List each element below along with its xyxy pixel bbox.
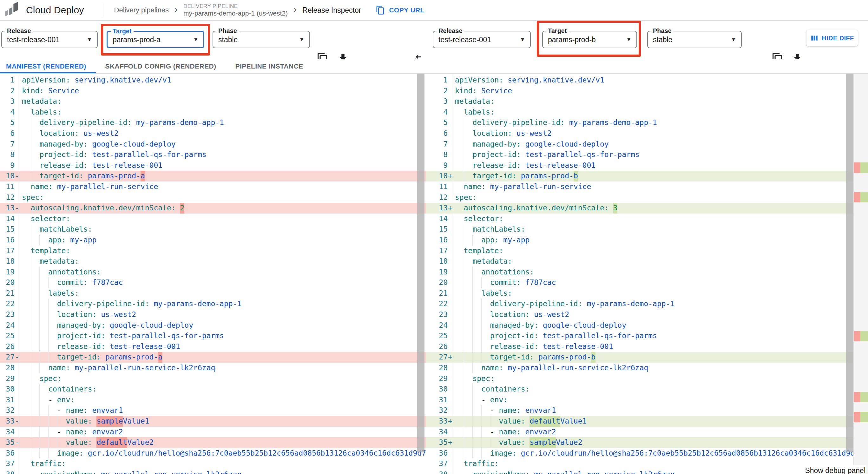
indent-guide — [22, 469, 31, 474]
left-target-select[interactable]: Target params-prod-a ▼ — [106, 31, 204, 48]
indent-guide — [464, 150, 473, 160]
indent-guide — [48, 330, 57, 341]
show-debug-panel-link[interactable]: Show debug panel — [800, 465, 866, 474]
indent-guide — [481, 352, 490, 362]
right-target-select[interactable]: Target params-prod-b ▼ — [542, 31, 637, 48]
diff-marker[interactable] — [854, 331, 868, 341]
code-token: traffic: — [464, 459, 499, 469]
indent-guide — [455, 182, 464, 192]
code-token: my-parallel-run-service-lk2r6zaq — [503, 362, 648, 373]
code-line: 37 traffic: — [0, 459, 426, 469]
diff-sign — [14, 277, 19, 288]
diff-sign — [14, 160, 19, 171]
code-text: value: sampleValue1 — [19, 416, 426, 427]
indent-guide — [464, 128, 473, 139]
diff-marker[interactable] — [854, 392, 868, 402]
tab-skaffold-config-rendered[interactable]: SKAFFOLD CONFIG (RENDERED) — [96, 59, 226, 73]
diff-sign: + — [447, 203, 452, 214]
indent-guide — [48, 437, 57, 448]
code-token: autoscaling.knative.dev/minScale: — [464, 203, 609, 214]
indent-guide — [31, 373, 40, 384]
code-line: 25 project-id: test-parallel-qs-for-parm… — [0, 330, 426, 341]
code-token: sample — [529, 437, 556, 448]
code-token: release-id: — [39, 160, 88, 171]
code-text: delivery-pipeline-id: my-params-demo-app… — [19, 117, 426, 128]
code-token: image: — [57, 448, 84, 459]
code-token: release-id: — [490, 341, 538, 352]
line-number: 16 — [426, 235, 447, 246]
code-token: Value1 — [560, 416, 587, 427]
code-text: matchLabels: — [452, 224, 868, 235]
line-number: 23 — [0, 309, 14, 320]
line-number: 32 — [0, 405, 14, 416]
code-token: value: — [66, 416, 92, 427]
left-release-select[interactable]: Release test-release-001 ▼ — [1, 31, 98, 48]
indent-guide — [464, 298, 473, 309]
indent-guide — [22, 362, 31, 373]
indent-guide — [39, 384, 48, 395]
diff-marker[interactable] — [854, 192, 868, 202]
line-number: 35 — [426, 437, 447, 448]
left-vertical-scrollbar[interactable] — [417, 73, 425, 452]
indent-guide — [48, 405, 57, 416]
diff-sign: + — [447, 416, 452, 427]
diff-sign — [447, 117, 452, 128]
code-token: us-west2 — [79, 128, 119, 139]
breadcrumb-current-page: Release Inspector — [302, 6, 361, 14]
indent-guide — [481, 416, 490, 427]
copy-url-button[interactable]: COPY URL — [376, 5, 424, 15]
line-number: 36 — [426, 448, 447, 459]
breadcrumb-pipeline[interactable]: DELIVERY PIPELINE my-params-demo-app-1 (… — [183, 3, 288, 17]
code-line: 24 managed-by: google-cloud-deploy — [0, 320, 426, 331]
diff-sign: + — [447, 352, 452, 362]
right-release-select[interactable]: Release test-release-001 ▼ — [433, 31, 531, 48]
right-vertical-scrollbar[interactable] — [846, 73, 854, 452]
indent-guide — [31, 352, 40, 362]
indent-guide — [48, 341, 57, 352]
code-line: 30 containers: — [426, 384, 868, 395]
indent-guide — [31, 298, 40, 309]
diff-sign — [447, 341, 452, 352]
right-phase-select[interactable]: Phase stable ▼ — [647, 31, 742, 48]
hide-diff-button[interactable]: HIDE DIFF — [806, 30, 858, 46]
line-number: 19 — [0, 267, 14, 278]
indent-guide — [455, 405, 464, 416]
code-token: release-id: — [472, 160, 521, 171]
code-token: - — [48, 395, 57, 406]
line-number: 27 — [426, 352, 447, 362]
code-line: 1apiVersion: serving.knative.dev/v1 — [0, 75, 426, 86]
diff-sign — [14, 384, 19, 395]
chevron-right-icon: › — [293, 4, 297, 16]
diff-sign — [447, 150, 452, 160]
indent-guide — [464, 139, 473, 150]
indent-guide — [481, 405, 490, 416]
code-token: google-cloud-deploy — [521, 139, 609, 150]
code-line: 33- value: sampleValue1 — [0, 416, 426, 427]
diff-sign — [447, 288, 452, 299]
diff-sign — [447, 395, 452, 406]
indent-guide — [464, 256, 473, 267]
code-token: annotations: — [48, 267, 101, 278]
code-token: envvar2 — [88, 427, 123, 438]
code-text: managed-by: google-cloud-deploy — [452, 320, 868, 331]
diff-marker[interactable] — [854, 162, 868, 173]
code-text: managed-by: google-cloud-deploy — [19, 320, 426, 331]
indent-guide — [455, 395, 464, 406]
diff-marker[interactable] — [854, 412, 868, 422]
line-number: 11 — [426, 182, 447, 192]
indent-guide — [39, 395, 48, 406]
indent-guide — [22, 437, 31, 448]
indent-guide — [31, 395, 40, 406]
breadcrumb-delivery-pipelines[interactable]: Delivery pipelines — [114, 6, 169, 14]
indent-guide — [31, 384, 40, 395]
diff-sign — [14, 309, 19, 320]
left-phase-select[interactable]: Phase stable ▼ — [213, 31, 310, 48]
diff-overview-ruler[interactable] — [854, 73, 868, 474]
code-line: 10+ target-id: params-prod-b — [426, 171, 868, 182]
tab-pipeline-instance[interactable]: PIPELINE INSTANCE — [226, 59, 313, 73]
code-line: 31 - env: — [0, 395, 426, 406]
code-line: 13- autoscaling.knative.dev/minScale: 2 — [0, 203, 426, 214]
line-number: 17 — [0, 246, 14, 256]
indent-guide — [22, 320, 31, 331]
tab-manifest-rendered[interactable]: MANIFEST (RENDERED) — [0, 59, 96, 73]
